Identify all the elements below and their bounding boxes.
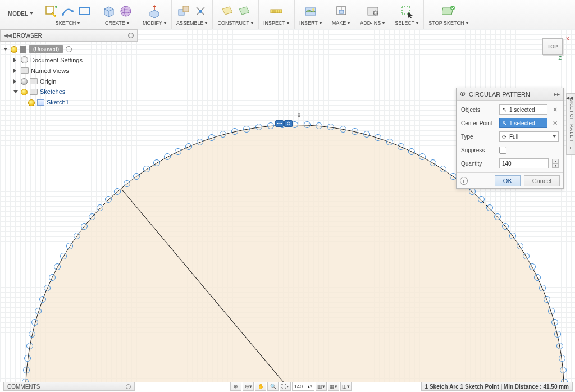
pin-icon[interactable]: ▸▸ [554,91,560,97]
pattern-instance[interactable] [153,159,160,166]
zoom-icon[interactable]: 🔍 [267,382,279,391]
assemble-icon[interactable] [176,4,191,19]
type-select[interactable]: ⟳Full [499,131,559,142]
sphere-icon[interactable] [118,4,133,19]
pattern-instance[interactable] [517,243,523,249]
pattern-instance[interactable] [60,253,67,259]
addins-icon[interactable] [366,4,380,19]
pattern-instance[interactable] [89,213,95,220]
pattern-instance[interactable] [554,331,561,338]
pattern-instance[interactable] [267,122,274,129]
pattern-instance[interactable] [340,126,346,133]
toolbar-label-stop[interactable]: STOP SKETCH [428,20,468,26]
pattern-instance[interactable] [502,223,509,230]
pattern-instance[interactable] [133,173,140,180]
insert-icon[interactable] [303,4,318,19]
pattern-instance[interactable] [316,122,322,129]
plane2-icon[interactable] [237,4,252,19]
browser-options-icon[interactable] [128,33,134,38]
pattern-instance[interactable] [54,263,61,270]
toolbar-label-assemble[interactable]: ASSEMBLE [176,20,208,26]
bulb-icon[interactable] [11,46,17,53]
pattern-instance[interactable] [74,233,80,239]
pattern-instance[interactable] [551,319,558,326]
tree-item-sketches[interactable]: Sketches [1,86,136,97]
3dprint-icon[interactable] [334,4,349,19]
expand-icon[interactable] [13,79,19,84]
quantity-input[interactable]: 140 [499,158,549,168]
pattern-instance[interactable] [478,196,485,203]
pattern-instance[interactable] [534,274,541,281]
nav-value-input[interactable]: 140▴▾ [292,382,314,391]
toolbar-label-addins[interactable]: ADD-INS [360,20,385,26]
pattern-instance[interactable] [114,188,121,195]
rectangle-icon[interactable] [77,4,92,19]
info-icon[interactable]: i [460,177,468,185]
pattern-instance[interactable] [44,285,51,291]
pattern-instance[interactable] [197,139,203,145]
pattern-instance[interactable] [304,121,311,128]
comments-bar[interactable]: COMMENTS [3,382,135,391]
eye-icon[interactable] [66,46,72,52]
viewcube-face[interactable]: TOP [542,38,563,55]
toolbar-label-create[interactable]: CREATE [105,20,130,26]
sketch-create-icon[interactable] [44,4,58,19]
sketch-palette-tab[interactable]: SKETCH PALETTE [566,93,575,155]
circular-pattern-dialog[interactable]: ⦿ CIRCULAR PATTERN ▸▸ Objects ↖1 selecte… [456,88,564,189]
tree-item-sketch1[interactable]: Sketch1 [1,97,136,108]
box-icon[interactable] [102,4,116,19]
pattern-instance[interactable] [124,180,130,187]
pattern-instance[interactable] [363,131,370,138]
tree-root[interactable]: (Unsaved) [1,44,136,54]
orbit-icon[interactable]: ⊕ [230,382,241,391]
toolbar-label-insert[interactable]: INSERT [299,20,322,26]
pattern-instance[interactable] [66,243,73,249]
fit-icon[interactable]: ⛶▾ [280,382,291,391]
pattern-instance[interactable] [559,355,565,362]
viewport-icon[interactable]: ◫▾ [340,382,352,391]
stop-sketch-icon[interactable] [441,4,456,19]
pattern-instance[interactable] [24,355,31,362]
pan-icon[interactable]: ✋ [255,382,266,391]
joint-icon[interactable] [193,4,208,19]
display-icon[interactable]: ▥▾ [316,382,327,391]
cancel-button[interactable]: Cancel [524,175,560,186]
center-selection[interactable]: ↖1 selected [499,118,547,128]
pattern-instance[interactable] [185,143,192,150]
expand-icon[interactable] [13,89,19,94]
bulb-icon[interactable] [28,99,35,106]
pattern-instance[interactable] [243,126,250,133]
line-icon[interactable] [61,4,75,19]
pattern-instance[interactable] [544,296,550,303]
plane-icon[interactable] [220,4,235,19]
select-icon[interactable] [400,4,414,19]
pattern-instance[interactable] [81,223,88,230]
expand-icon[interactable] [3,47,8,52]
pattern-instance[interactable] [560,367,567,373]
tree-item-views[interactable]: Named Views [1,65,136,76]
pattern-instance[interactable] [23,367,30,373]
ok-button[interactable]: OK [495,175,521,186]
pattern-instance[interactable] [143,166,150,172]
browser-header[interactable]: ◀◀ BROWSER [0,29,138,42]
pattern-instance[interactable] [26,343,33,349]
pattern-instance[interactable] [408,148,415,155]
expand-icon[interactable] [13,57,19,62]
measure-icon[interactable] [269,4,284,19]
pattern-instance[interactable] [164,153,171,160]
pattern-instance[interactable] [509,233,516,239]
clear-objects-icon[interactable]: ✕ [551,106,559,113]
pattern-instance[interactable] [539,285,546,291]
pattern-instance[interactable] [398,143,404,150]
expand-icon[interactable] [13,68,19,73]
quantity-spinner[interactable]: ▴▾ [552,159,559,168]
toolbar-label-make[interactable]: MAKE [332,20,351,26]
orbit2-icon[interactable]: ⊕▾ [243,382,254,391]
viewcube[interactable]: X TOP Z [539,34,569,61]
toolbar-label-construct[interactable]: CONSTRUCT [217,20,254,26]
pattern-instance[interactable] [523,253,530,259]
toolbar-label-sketch[interactable]: SKETCH [56,20,81,26]
pattern-instance[interactable] [255,124,262,130]
workspace-selector[interactable]: MODEL [2,0,39,27]
clear-center-icon[interactable]: ✕ [551,120,559,127]
